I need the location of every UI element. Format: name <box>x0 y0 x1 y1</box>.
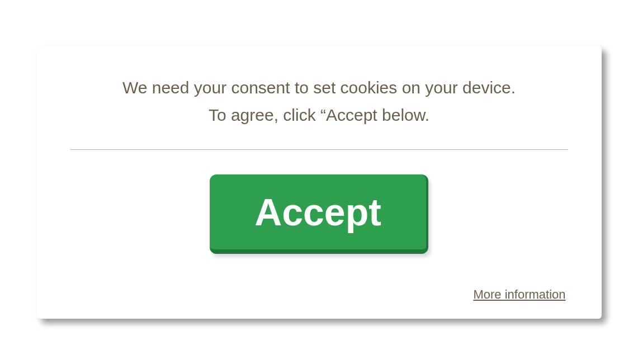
accept-button[interactable]: Accept <box>210 174 428 254</box>
consent-message-line2: To agree, click “Accept below. <box>209 106 429 124</box>
consent-message-line1: We need your consent to set cookies on y… <box>122 78 516 97</box>
more-information-link[interactable]: More information <box>473 287 565 301</box>
divider <box>70 149 568 150</box>
button-container: Accept <box>70 174 568 254</box>
cookie-consent-dialog: We need your consent to set cookies on y… <box>37 46 602 319</box>
consent-message: We need your consent to set cookies on y… <box>70 74 568 129</box>
more-info-container: More information <box>70 287 568 302</box>
